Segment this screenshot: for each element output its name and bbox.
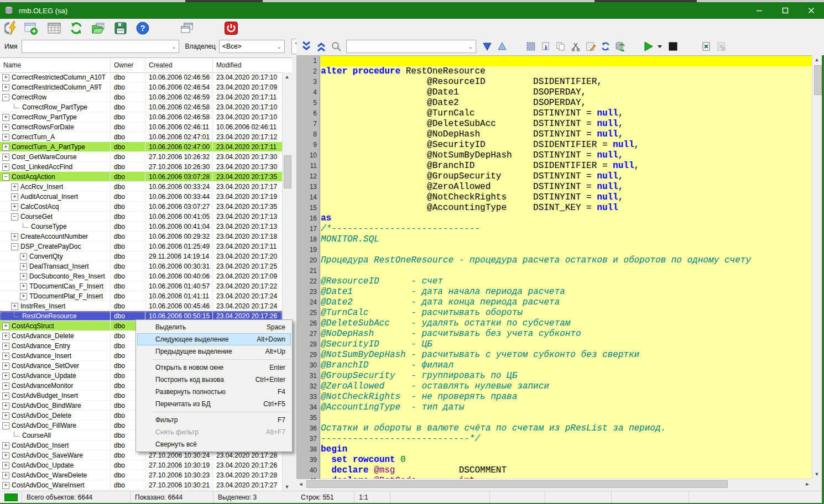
chevron-down-icon[interactable]: ⌄ — [468, 44, 473, 50]
tree-row[interactable]: +DocSubconto_Res_Insertdbo10.06.2006 00:… — [0, 271, 282, 281]
tree-row[interactable]: +CalcCostAcqdbo10.06.2006 03:07:2723.04.… — [0, 202, 282, 212]
expand-icon[interactable]: + — [11, 233, 18, 240]
menu-item[interactable]: Свернуть всё — [137, 438, 291, 450]
refresh-blue-icon[interactable] — [599, 40, 612, 53]
connect-icon[interactable] — [4, 20, 19, 36]
tree-row[interactable]: +InstrRes_Insertdbo10.06.2006 00:45:4623… — [0, 301, 282, 311]
collapse-icon[interactable]: − — [11, 243, 18, 250]
scroll-down-icon[interactable]: ▼ — [283, 482, 291, 491]
expand-icon[interactable]: + — [2, 164, 9, 171]
scroll-left-icon[interactable]: ◄ — [296, 480, 305, 489]
expand-icon[interactable]: + — [2, 372, 9, 380]
triangle-up-icon[interactable] — [496, 40, 509, 53]
expand-icon[interactable]: + — [20, 293, 27, 300]
edit-icon[interactable] — [584, 40, 597, 53]
search-icon[interactable] — [330, 40, 343, 53]
expand-icon[interactable]: + — [2, 333, 9, 340]
expand-icon[interactable]: + — [11, 303, 18, 310]
export-excel-icon[interactable] — [700, 40, 713, 53]
scroll-down-icon[interactable]: ▼ — [812, 470, 821, 479]
titlebar[interactable]: rmb.OLEG (sa) — [0, 2, 824, 19]
tree-row[interactable]: −DSP_CreatePayDocdbo10.06.2006 01:25:492… — [0, 242, 282, 251]
expand-icon[interactable]: + — [2, 144, 9, 151]
help-icon[interactable]: ? — [135, 20, 150, 36]
double-chevron-down-icon[interactable] — [300, 40, 313, 53]
menu-item[interactable]: Построить код вызоваCtrl+Enter — [137, 374, 291, 386]
chevron-down-icon[interactable]: ⌄ — [277, 44, 281, 50]
expand-icon[interactable]: + — [20, 283, 27, 290]
pane-splitter[interactable] — [292, 55, 296, 491]
expand-icon[interactable]: + — [11, 203, 18, 211]
expand-icon[interactable]: + — [2, 452, 9, 459]
expand-icon[interactable]: + — [2, 84, 9, 91]
tree-row[interactable]: −CorrectRowdbo10.06.2006 02:46:5923.04.2… — [0, 92, 282, 102]
expand-icon[interactable]: + — [2, 392, 9, 400]
collapse-icon[interactable]: − — [11, 213, 18, 221]
editor-hscrollbar-thumb[interactable] — [306, 480, 728, 488]
expand-icon[interactable]: + — [2, 134, 9, 141]
tree-row[interactable]: +Cost_GetWareCoursedbo27.10.2006 10:26:3… — [0, 152, 282, 162]
editor-vertical-scrollbar[interactable]: ▲ ▼ — [812, 55, 822, 479]
tree-row[interactable]: +DealTransact_Insertdbo10.06.2006 00:30:… — [0, 261, 282, 271]
tree-row[interactable]: +CorrectRestrictedColumn_A9Tdbo10.06.200… — [0, 82, 282, 92]
find-combobox[interactable]: ⌄ — [346, 40, 476, 53]
expand-icon[interactable]: + — [2, 412, 9, 419]
expand-icon[interactable]: + — [2, 323, 9, 330]
run-icon[interactable] — [642, 40, 655, 53]
tree-row[interactable]: +CorrectRowsForDatedbo10.06.2006 02:46:1… — [0, 122, 282, 132]
expand-icon[interactable]: + — [2, 114, 9, 121]
stop-icon[interactable] — [666, 40, 680, 53]
collapse-icon[interactable]: − — [2, 94, 9, 101]
tree-row[interactable]: +CreateAccountNumberdbo10.06.2006 00:29:… — [0, 232, 282, 242]
tree-row[interactable]: +CostAdvDoc_WareDeletedbo27.10.2006 10:3… — [0, 470, 282, 480]
expand-icon[interactable]: + — [2, 472, 9, 479]
paste-icon[interactable] — [539, 40, 552, 53]
menu-item[interactable]: Перечитать из БДCtrl+F5 — [137, 398, 291, 410]
expand-icon[interactable]: + — [2, 353, 9, 360]
expand-icon[interactable]: + — [2, 382, 9, 390]
tree-row[interactable]: +CorrectRow_PartTypedbo10.06.2006 02:46:… — [0, 112, 282, 122]
expand-icon[interactable]: + — [2, 363, 9, 370]
expand-icon[interactable]: + — [2, 124, 9, 131]
expand-icon[interactable]: + — [2, 482, 9, 489]
save-icon[interactable] — [113, 20, 128, 36]
refresh-icon[interactable] — [69, 20, 84, 36]
expand-icon[interactable]: + — [2, 154, 9, 161]
triangle-down-icon[interactable] — [481, 40, 494, 53]
collapse-icon[interactable]: − — [2, 422, 9, 429]
expand-icon[interactable]: + — [20, 263, 27, 270]
owner-filter-combobox[interactable]: <Все> ⌄ — [219, 40, 285, 53]
scroll-right-icon[interactable]: ► — [803, 480, 812, 489]
tree-row[interactable]: +ConvertQtydbo29.11.2006 14:19:1423.04.2… — [0, 251, 282, 261]
select-block-icon[interactable] — [524, 40, 538, 53]
scroll-up-icon[interactable]: ▲ — [812, 55, 821, 64]
table-icon[interactable] — [46, 20, 62, 36]
exit-icon[interactable] — [223, 20, 239, 36]
menu-item[interactable]: ФильтрF7 — [137, 414, 291, 426]
double-chevron-up-icon[interactable] — [315, 40, 328, 53]
run-dropdown-icon[interactable] — [656, 40, 663, 53]
menu-item[interactable]: ВыделитьSpace — [137, 321, 291, 333]
close-button[interactable] — [798, 2, 824, 19]
expand-icon[interactable]: + — [11, 183, 18, 191]
tree-row[interactable]: +CorrectTurn_A_PartTypedbo10.06.2006 02:… — [0, 142, 282, 152]
column-header-name[interactable]: Name — [0, 58, 111, 72]
tree-row[interactable]: +CostAdvDoc_Updatedbo27.10.2006 10:30:19… — [0, 460, 282, 470]
copy-windows-icon[interactable] — [179, 20, 195, 36]
collapse-icon[interactable]: − — [2, 174, 9, 181]
expand-icon[interactable]: + — [11, 193, 18, 201]
name-filter-combobox[interactable]: ⌄ — [22, 40, 179, 53]
expand-icon[interactable]: + — [20, 273, 27, 280]
column-header-owner[interactable]: Owner — [111, 58, 145, 72]
sql-code-editor[interactable]: alter procedure RestOneResource @Resourc… — [296, 55, 812, 479]
db-refresh-icon[interactable] — [614, 40, 627, 53]
expand-icon[interactable]: + — [2, 462, 9, 469]
expand-icon[interactable]: + — [20, 253, 27, 260]
maximize-button[interactable] — [772, 2, 798, 19]
minimize-button[interactable] — [746, 2, 772, 19]
menu-item[interactable]: Развернуть полностьюF4 — [137, 386, 291, 398]
editor-horizontal-scrollbar[interactable]: ◄ ► — [296, 479, 812, 489]
tree-row[interactable]: +TDocumentCas_F_Insertdbo10.06.2006 01:4… — [0, 281, 282, 291]
tree-row[interactable]: +CostAdvDoc_WareInsertdbo27.10.2006 10:3… — [0, 480, 282, 490]
scroll-up-icon[interactable]: ▲ — [283, 72, 291, 81]
